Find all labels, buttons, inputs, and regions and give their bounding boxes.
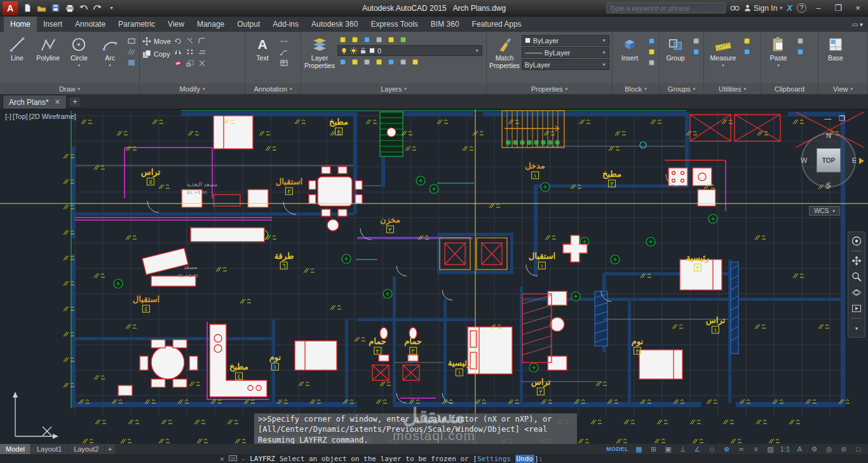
maximize-button[interactable]: ❐ — [831, 2, 846, 15]
autocad-logo[interactable]: A — [3, 1, 18, 15]
table-icon[interactable] — [279, 58, 289, 67]
sign-in-button[interactable]: Sign In ▾ — [744, 4, 782, 13]
panel-label-utilities[interactable]: Utilities▾ — [704, 83, 761, 94]
paste-flyout-caret[interactable]: ▾ — [777, 63, 780, 68]
binoculars-search-icon[interactable] — [730, 4, 740, 13]
minimize-button[interactable]: – — [811, 2, 826, 15]
tab-featured-apps[interactable]: Featured Apps — [466, 17, 528, 32]
open-folder-icon[interactable] — [35, 2, 48, 15]
layer-freeze-icon[interactable] — [362, 35, 372, 44]
tab-home[interactable]: Home — [4, 17, 37, 32]
tab-autodesk360[interactable]: Autodesk 360 — [305, 17, 364, 32]
lineweight-combo[interactable]: ByLayer ▼ — [522, 59, 609, 70]
tab-annotate[interactable]: Annotate — [69, 17, 112, 32]
viewcube[interactable]: N S W E TOP — [798, 130, 859, 191]
paste-tool[interactable]: Paste ▾ — [764, 34, 793, 83]
panel-label-modify[interactable]: Modify▾ — [140, 83, 245, 94]
move-tool[interactable]: Move — [142, 36, 171, 46]
panel-label-draw[interactable]: Draw▾ — [0, 83, 139, 94]
tab-view[interactable]: View — [161, 17, 191, 32]
undo-icon[interactable] — [77, 2, 90, 15]
infer-constraints-icon[interactable]: ▣ — [661, 444, 675, 454]
qat-dropdown-icon[interactable]: ▾ — [105, 2, 118, 15]
redo-icon[interactable] — [91, 2, 104, 15]
new-layout-button[interactable]: + — [105, 444, 115, 454]
workspace-switching-icon[interactable]: ⚙ — [807, 444, 822, 454]
tab-addins[interactable]: Add-ins — [266, 17, 305, 32]
show-motion-icon[interactable] — [850, 302, 864, 315]
layer-unlock-all-icon[interactable] — [374, 57, 384, 66]
option-undo[interactable]: Undo — [515, 455, 535, 463]
layer-select-combo[interactable]: 0 ▼ — [337, 45, 482, 56]
tab-manage[interactable]: Manage — [191, 17, 231, 32]
quick-calc-icon[interactable] — [742, 47, 752, 56]
tab-bim360[interactable]: BIM 360 — [424, 17, 466, 32]
viewcube-south[interactable]: S — [826, 181, 831, 189]
option-settings[interactable]: Settings — [477, 455, 511, 463]
help-icon[interactable]: ? — [797, 3, 806, 13]
orbit-icon[interactable] — [850, 286, 864, 299]
create-block-icon[interactable] — [646, 47, 656, 56]
group-tool[interactable]: Group — [662, 34, 689, 83]
exchange-apps-icon[interactable]: X — [787, 3, 792, 13]
pan-icon[interactable] — [850, 254, 864, 267]
search-input[interactable] — [609, 4, 722, 12]
viewport-restore-icon[interactable]: ❐ — [839, 114, 845, 123]
viewport-minimize-icon[interactable]: — — [824, 114, 831, 123]
layer-lock-icon[interactable] — [374, 35, 384, 44]
rotate-icon[interactable] — [173, 36, 183, 45]
measure-tool[interactable]: Measure ▾ — [707, 34, 740, 83]
ribbon-display-toggle-icon[interactable]: ▭ ▾ — [852, 21, 863, 28]
model-space-button[interactable]: MODEL — [603, 444, 632, 454]
file-tab-close-icon[interactable]: ✕ — [55, 98, 60, 106]
layer-combo-arrow-icon[interactable]: ▼ — [475, 48, 479, 53]
rectangle-icon[interactable] — [126, 36, 137, 45]
visual-style-control[interactable]: [2D Wireframe] — [29, 113, 76, 120]
ortho-icon[interactable]: ⊥ — [675, 444, 690, 454]
gradient-icon[interactable] — [126, 58, 137, 67]
viewport-menu-control[interactable]: [-] — [5, 113, 11, 120]
panel-label-block[interactable]: Block▾ — [613, 83, 659, 94]
arc-tool[interactable]: Arc ▾ — [95, 34, 125, 83]
close-command-icon[interactable]: ✕ — [220, 455, 224, 463]
arc-flyout-caret[interactable]: ▾ — [109, 63, 111, 68]
graphics-performance-icon[interactable]: ⊚ — [836, 444, 851, 454]
panel-label-view[interactable]: View▾ — [818, 83, 867, 94]
osnap-icon[interactable]: ⊕ — [719, 444, 734, 454]
annotation-scale-button[interactable]: 1:1 — [778, 444, 792, 454]
circle-flyout-caret[interactable]: ▾ — [78, 63, 81, 68]
plot-icon[interactable] — [63, 2, 76, 15]
trim-icon[interactable] — [185, 36, 195, 45]
navbar-more-icon[interactable]: ▾ — [850, 322, 864, 335]
panel-label-properties[interactable]: Properties▾ — [487, 83, 612, 94]
new-drawing-tab-button[interactable]: + — [69, 96, 81, 107]
base-tool[interactable]: Base — [821, 34, 850, 83]
tab-layout2[interactable]: Layout2 — [68, 444, 104, 454]
panel-label-groups[interactable]: Groups▾ — [660, 83, 703, 94]
layer-walk-icon[interactable] — [337, 57, 348, 66]
cut-icon[interactable] — [795, 36, 805, 45]
panel-label-layers[interactable]: Layers▾ — [301, 83, 486, 94]
linetype-combo[interactable]: ——— ByLayer ▼ — [522, 47, 609, 58]
scale-icon[interactable] — [185, 59, 195, 67]
annotation-visibility-icon[interactable]: A — [792, 444, 807, 454]
text-tool[interactable]: A Text — [248, 34, 277, 83]
file-tab-arch-plans[interactable]: Arch Plans* ✕ — [3, 95, 67, 109]
snap-icon[interactable]: ⊞ — [646, 444, 661, 454]
panel-label-annotation[interactable]: Annotation▾ — [245, 83, 301, 94]
search-field[interactable] — [606, 3, 726, 13]
offset-icon[interactable] — [197, 47, 207, 56]
wcs-dropdown[interactable]: WCS ▾ — [809, 206, 840, 216]
leader-icon[interactable] — [279, 47, 289, 56]
dimension-icon[interactable] — [279, 36, 289, 45]
ungroup-icon[interactable] — [691, 36, 701, 45]
isodraft-icon[interactable]: ◇ — [705, 444, 719, 454]
layer-on-all-icon[interactable] — [398, 57, 408, 66]
mirror-icon[interactable] — [173, 47, 183, 56]
otrack-icon[interactable]: ≍ — [734, 444, 749, 454]
fillet-icon[interactable] — [197, 36, 207, 45]
full-navigation-wheel-icon[interactable] — [850, 235, 864, 247]
new-file-icon[interactable] — [21, 2, 34, 15]
tab-parametric[interactable]: Parametric — [112, 17, 161, 32]
isolate-objects-icon[interactable]: ◎ — [822, 444, 836, 454]
